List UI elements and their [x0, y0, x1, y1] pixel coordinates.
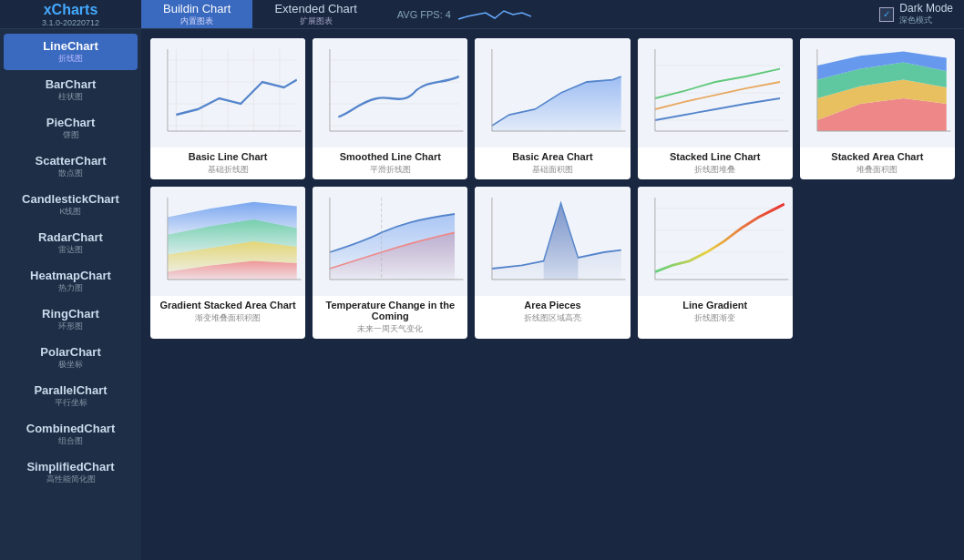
- sidebar-item-heatmapchart[interactable]: HeatmapChart 热力图: [4, 263, 138, 300]
- dark-mode-label: Dark Mode: [899, 2, 953, 15]
- chart-label-sub-area-pieces: 折线图区域高亮: [475, 312, 630, 328]
- chart-label-sub-line-gradient: 折线图渐变: [638, 312, 793, 328]
- tab-buildin-label: Buildin Chart: [163, 2, 231, 15]
- sidebar-item-parallelchart[interactable]: ParallelChart 平行坐标: [4, 378, 138, 414]
- logo-version: 3.1.0-20220712: [42, 18, 99, 27]
- sidebar-label-main-radarchart: RadarChart: [38, 230, 103, 244]
- chart-label-sub-smoothed-line: 平滑折线图: [313, 164, 467, 179]
- chart-label-stacked-area: Stacked Area Chart: [800, 148, 955, 164]
- top-bar: xCharts 3.1.0-20220712 Buildin Chart 内置图…: [0, 0, 964, 29]
- chart-label-temperature-change: Temperature Change in the Coming: [313, 296, 467, 323]
- chart-preview-smoothed-line: [313, 38, 467, 148]
- chart-content: Basic Line Chart 基础折线图: [141, 29, 964, 560]
- sidebar-item-combinedchart[interactable]: CombinedChart 组合图: [4, 416, 138, 453]
- chart-label-line-gradient: Line Gradient: [638, 296, 793, 312]
- sidebar-label-sub-parallelchart: 平行坐标: [55, 397, 87, 409]
- dark-mode-toggle[interactable]: ✓ Dark Mode 深色模式: [879, 2, 953, 26]
- sidebar-label-main-simplifiedchart: SimplifiedChart: [26, 460, 114, 473]
- tab-extended-label: Extended Chart: [274, 2, 356, 15]
- chart-label-basic-line: Basic Line Chart: [150, 148, 305, 164]
- fps-chart-sparkline: [458, 5, 531, 24]
- nav-tabs: Buildin Chart 内置图表 Extended Chart 扩展图表: [141, 0, 379, 28]
- chart-card-temperature-change[interactable]: Temperature Change in the Coming 未来一周天气变…: [313, 187, 467, 339]
- tab-buildin-sub: 内置图表: [180, 15, 213, 27]
- sidebar-label-main-heatmapchart: HeatmapChart: [30, 269, 111, 282]
- sidebar-label-main-linechart: LineChart: [43, 39, 98, 53]
- chart-card-gradient-stacked-area[interactable]: Gradient Stacked Area Chart 渐变堆叠面积积图: [150, 187, 305, 339]
- chart-preview-stacked-line: [638, 38, 793, 148]
- chart-card-basic-area[interactable]: Basic Area Chart 基础面积图: [475, 38, 630, 179]
- chart-label-sub-stacked-area: 堆叠面积图: [800, 164, 955, 179]
- sidebar-item-polarchart[interactable]: PolarChart 极坐标: [4, 340, 138, 376]
- tab-extended-sub: 扩展图表: [300, 15, 333, 27]
- chart-preview-temperature-change: [313, 187, 467, 296]
- chart-card-basic-line[interactable]: Basic Line Chart 基础折线图: [150, 38, 305, 179]
- sidebar: LineChart 折线图 BarChart 柱状图 PieChart 饼图 S…: [0, 29, 141, 560]
- chart-card-stacked-line[interactable]: Stacked Line Chart 折线图堆叠: [638, 38, 793, 179]
- sidebar-label-sub-ringchart: 环形图: [58, 321, 83, 332]
- chart-preview-basic-area: [475, 38, 630, 148]
- sidebar-label-sub-barchart: 柱状图: [58, 91, 83, 103]
- sidebar-label-main-candlestickchart: CandlestickChart: [22, 192, 119, 206]
- sidebar-label-main-ringchart: RingChart: [42, 307, 99, 321]
- dark-mode-checkbox[interactable]: ✓: [879, 7, 894, 22]
- logo-title: xCharts: [44, 2, 98, 18]
- tab-buildin[interactable]: Buildin Chart 内置图表: [141, 0, 252, 28]
- sidebar-item-radarchart[interactable]: RadarChart 雷达图: [4, 225, 138, 261]
- chart-label-sub-stacked-line: 折线图堆叠: [638, 164, 793, 179]
- tab-extended[interactable]: Extended Chart 扩展图表: [252, 0, 378, 28]
- main-layout: LineChart 折线图 BarChart 柱状图 PieChart 饼图 S…: [0, 29, 964, 560]
- chart-label-stacked-line: Stacked Line Chart: [638, 148, 793, 164]
- sidebar-label-sub-simplifiedchart: 高性能简化图: [46, 473, 96, 485]
- sidebar-item-ringchart[interactable]: RingChart 环形图: [4, 301, 138, 338]
- chart-label-gradient-stacked-area: Gradient Stacked Area Chart: [150, 296, 305, 312]
- check-icon: ✓: [883, 9, 890, 19]
- sidebar-item-linechart[interactable]: LineChart 折线图: [4, 34, 138, 70]
- sidebar-item-simplifiedchart[interactable]: SimplifiedChart 高性能简化图: [4, 454, 138, 491]
- sidebar-item-candlestickchart[interactable]: CandlestickChart K线图: [4, 187, 138, 223]
- sidebar-label-main-piechart: PieChart: [46, 116, 95, 129]
- chart-label-smoothed-line: Smoothed Line Chart: [313, 148, 467, 164]
- sidebar-label-sub-combinedchart: 组合图: [58, 435, 83, 447]
- sidebar-label-main-polarchart: PolarChart: [40, 345, 100, 359]
- chart-preview-basic-line: [150, 38, 305, 148]
- sidebar-item-scatterchart[interactable]: ScatterChart 散点图: [4, 148, 138, 185]
- chart-card-stacked-area[interactable]: Stacked Area Chart 堆叠面积图: [800, 38, 955, 179]
- chart-preview-gradient-stacked-area: [150, 187, 305, 296]
- chart-label-basic-area: Basic Area Chart: [475, 148, 630, 164]
- sidebar-label-main-combinedchart: CombinedChart: [26, 422, 116, 435]
- sidebar-item-barchart[interactable]: BarChart 柱状图: [4, 72, 138, 108]
- sidebar-label-sub-linechart: 折线图: [58, 53, 83, 65]
- sidebar-label-main-barchart: BarChart: [46, 77, 97, 91]
- fps-info: AVG FPS: 4: [397, 9, 451, 20]
- chart-label-sub-temperature-change: 未来一周天气变化: [313, 323, 467, 339]
- sidebar-label-main-scatterchart: ScatterChart: [35, 154, 106, 168]
- sidebar-item-piechart[interactable]: PieChart 饼图: [4, 110, 138, 147]
- sidebar-label-main-parallelchart: ParallelChart: [34, 383, 107, 397]
- chart-card-line-gradient[interactable]: Line Gradient 折线图渐变: [638, 187, 793, 339]
- chart-card-area-pieces[interactable]: Area Pieces 折线图区域高亮: [475, 187, 630, 339]
- sidebar-label-sub-heatmapchart: 热力图: [58, 282, 83, 294]
- chart-label-area-pieces: Area Pieces: [475, 296, 630, 312]
- sidebar-label-sub-radarchart: 雷达图: [58, 244, 83, 256]
- logo: xCharts 3.1.0-20220712: [0, 0, 141, 31]
- chart-label-sub-basic-line: 基础折线图: [150, 164, 305, 179]
- sidebar-label-sub-polarchart: 极坐标: [58, 359, 83, 371]
- dark-mode-labels: Dark Mode 深色模式: [899, 2, 953, 26]
- dark-mode-sub: 深色模式: [899, 15, 953, 26]
- sidebar-label-sub-piechart: 饼图: [63, 129, 79, 141]
- chart-label-sub-basic-area: 基础面积图: [475, 164, 630, 179]
- chart-label-sub-gradient-stacked-area: 渐变堆叠面积积图: [150, 312, 305, 328]
- chart-preview-line-gradient: [638, 187, 793, 296]
- chart-card-smoothed-line[interactable]: Smoothed Line Chart 平滑折线图: [313, 38, 467, 179]
- chart-preview-stacked-area: [800, 38, 955, 148]
- chart-preview-area-pieces: [475, 187, 630, 296]
- sidebar-label-sub-scatterchart: 散点图: [58, 168, 83, 179]
- sidebar-label-sub-candlestickchart: K线图: [59, 206, 81, 218]
- chart-grid: Basic Line Chart 基础折线图: [150, 38, 955, 339]
